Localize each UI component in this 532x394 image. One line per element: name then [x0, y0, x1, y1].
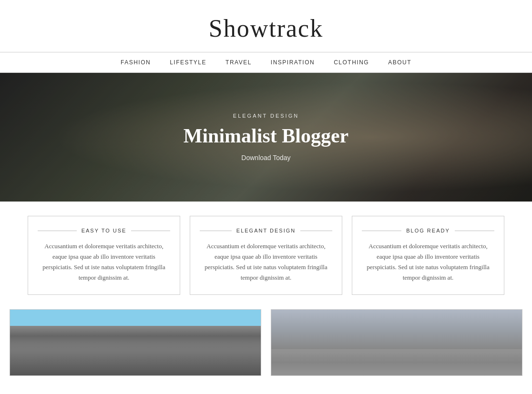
main-nav: FASHION LIFESTYLE TRAVEL INSPIRATION CLO…	[0, 59, 532, 66]
hero-content: ELEGANT DESIGN Minimalist Blogger Downlo…	[184, 113, 348, 162]
nav-item-fashion[interactable]: FASHION	[121, 59, 151, 66]
feature-card-blog-title: BLOG READY	[406, 228, 450, 233]
nav-item-travel[interactable]: TRAVEL	[225, 59, 252, 66]
person-image	[271, 310, 522, 375]
feature-card-easy-text: Accusantium et doloremque veritatis arch…	[38, 241, 170, 283]
features-section: EASY TO USE Accusantium et doloremque ve…	[0, 202, 532, 304]
bottom-image-grid	[0, 309, 532, 376]
nav-item-inspiration[interactable]: INSPIRATION	[271, 59, 315, 66]
feature-card-elegant: ELEGANT DESIGN Accusantium et doloremque…	[190, 216, 342, 295]
hero-title: Minimalist Blogger	[184, 124, 348, 147]
site-header: Showtrack	[0, 0, 532, 52]
hero-subtitle: ELEGANT DESIGN	[184, 113, 348, 119]
city-image	[10, 310, 261, 375]
hero-cta-button[interactable]: Download Today	[184, 154, 348, 162]
feature-card-elegant-title: ELEGANT DESIGN	[236, 228, 296, 233]
feature-card-easy: EASY TO USE Accusantium et doloremque ve…	[28, 216, 180, 295]
feature-card-elegant-text: Accusantium et doloremque veritatis arch…	[200, 241, 332, 283]
feature-card-blog: BLOG READY Accusantium et doloremque ver…	[352, 216, 504, 295]
nav-item-about[interactable]: ABOUT	[388, 59, 411, 66]
bottom-card-city[interactable]	[10, 309, 261, 376]
bottom-card-person[interactable]	[271, 309, 522, 376]
nav-bar: FASHION LIFESTYLE TRAVEL INSPIRATION CLO…	[0, 52, 532, 73]
feature-card-easy-title: EASY TO USE	[82, 228, 127, 233]
feature-card-blog-text: Accusantium et doloremque veritatis arch…	[362, 241, 494, 283]
nav-item-clothing[interactable]: CLOTHING	[334, 59, 369, 66]
nav-item-lifestyle[interactable]: LIFESTYLE	[170, 59, 206, 66]
site-logo[interactable]: Showtrack	[209, 14, 323, 42]
hero-section: ELEGANT DESIGN Minimalist Blogger Downlo…	[0, 73, 532, 202]
